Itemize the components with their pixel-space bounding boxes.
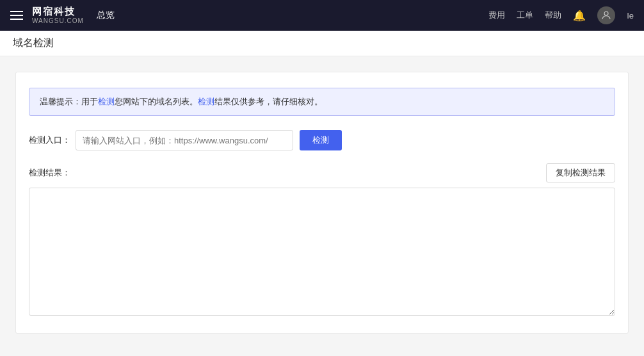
logo: 网宿科技 WANGSU.COM [32,6,84,24]
user-avatar[interactable] [597,6,615,24]
form-label: 检测入口： [29,134,70,146]
workorder-nav[interactable]: 工单 [517,10,533,21]
alert-text-plain3: 结果仅供参考，请仔细核对。 [214,97,323,106]
username-label[interactable]: Ie [627,11,634,20]
overview-nav[interactable]: 总览 [97,10,115,21]
svg-point-0 [604,12,608,15]
menu-icon[interactable] [10,11,23,20]
bell-icon[interactable]: 🔔 [573,10,586,22]
results-textarea[interactable] [29,188,615,316]
header-right: 费用 工单 帮助 🔔 Ie [488,6,634,24]
billing-nav[interactable]: 费用 [488,10,505,21]
subnav: 域名检测 [0,31,644,56]
alert-highlight1: 检测 [98,97,115,106]
logo-main: 网宿科技 [32,6,84,17]
help-nav[interactable]: 帮助 [545,10,561,21]
url-input[interactable] [76,130,293,150]
main-content: 温馨提示：用于检测您网站下的域名列表。检测结果仅供参考，请仔细核对。 检测入口：… [0,56,644,356]
logo-sub: WANGSU.COM [32,17,84,24]
results-label: 检测结果： [29,167,70,179]
alert-highlight2: 检测 [198,97,214,106]
results-row: 检测结果： 复制检测结果 [29,163,615,182]
alert-text-plain1: 温馨提示：用于 [40,97,98,106]
form-row: 检测入口： 检测 [29,130,615,150]
page-title: 域名检测 [13,36,54,50]
alert-text-plain2: 您网站下的域名列表。 [115,97,198,106]
copy-results-button[interactable]: 复制检测结果 [546,163,615,182]
detect-button[interactable]: 检测 [300,130,342,150]
content-card: 温馨提示：用于检测您网站下的域名列表。检测结果仅供参考，请仔细核对。 检测入口：… [15,72,629,334]
alert-box: 温馨提示：用于检测您网站下的域名列表。检测结果仅供参考，请仔细核对。 [29,88,615,116]
header: 网宿科技 WANGSU.COM 总览 费用 工单 帮助 🔔 Ie [0,0,644,31]
